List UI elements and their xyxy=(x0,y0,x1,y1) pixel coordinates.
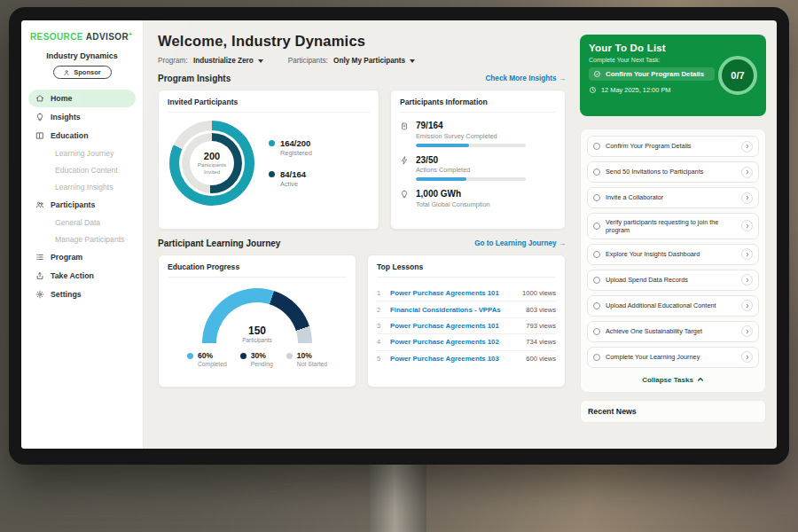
task-checkbox[interactable] xyxy=(593,194,600,201)
task-row[interactable]: Confirm Your Program Details xyxy=(587,136,759,157)
chevron-up-icon xyxy=(697,376,704,383)
sidebar-item-take-action[interactable]: Take Action xyxy=(28,267,136,285)
gauge-center: 150 Participants xyxy=(202,325,312,343)
task-row[interactable]: Upload Spend Data Records xyxy=(587,270,759,291)
arrow-right-icon: → xyxy=(559,74,566,82)
chevron-right-icon[interactable] xyxy=(741,220,753,231)
invited-participants-card: Invited Participants 200 Participants In… xyxy=(158,90,379,230)
sidebar-item-insights[interactable]: Insights xyxy=(28,108,136,126)
chevron-down-icon xyxy=(410,59,415,63)
lesson-link[interactable]: Power Purchase Agreements 101 xyxy=(390,289,516,297)
chevron-right-icon[interactable] xyxy=(741,325,753,337)
stat-global-consumption: 1,000 GWh Total Global Consumption xyxy=(400,189,556,212)
chevron-right-icon[interactable] xyxy=(741,300,753,311)
task-row[interactable]: Explore Your Insights Dashboard xyxy=(587,244,759,265)
lesson-row: 1 Power Purchase Agreements 101 1000 vie… xyxy=(377,286,556,301)
sidebar-item-learning-insights[interactable]: Learning Insights xyxy=(28,179,136,195)
section-title: Participant Learning Journey xyxy=(158,239,280,248)
todo-summary-card: Your To Do List Complete Your Next Task:… xyxy=(580,35,766,116)
people-icon xyxy=(35,200,44,209)
chevron-right-icon[interactable] xyxy=(741,351,753,363)
lesson-link[interactable]: Power Purchase Agreements 101 xyxy=(390,322,520,330)
chevron-right-icon[interactable] xyxy=(741,192,753,204)
legend-dot xyxy=(269,171,275,177)
lesson-row: 2 Financial Considerations - VPPAs 803 v… xyxy=(377,301,556,317)
task-row[interactable]: Achieve One Sustainability Target xyxy=(587,321,759,342)
lesson-link[interactable]: Power Purchase Agreements 103 xyxy=(390,355,520,363)
clipboard-icon xyxy=(400,121,409,130)
sidebar-item-program[interactable]: Program xyxy=(28,248,136,266)
task-checkbox[interactable] xyxy=(593,168,600,176)
dashboard-screen: RESOURCE ADVISOR+ Industry Dynamics Spon… xyxy=(21,20,777,449)
todo-title: Your To Do List xyxy=(589,43,711,53)
task-checkbox[interactable] xyxy=(593,328,600,335)
todo-progress-ring: 0/7 xyxy=(718,56,757,95)
check-more-insights-link[interactable]: Check More Insights → xyxy=(485,74,566,82)
insights-cards-row: Invited Participants 200 Participants In… xyxy=(158,90,566,230)
legend-pending: 30% Pending xyxy=(240,351,273,367)
task-row[interactable]: Send 50 Invitations to Participants xyxy=(587,161,759,183)
legend-dot xyxy=(240,353,246,359)
todo-next-task: Confirm Your Program Details xyxy=(589,67,715,81)
chevron-right-icon[interactable] xyxy=(741,248,753,260)
program-filter-label: Program: xyxy=(158,57,188,65)
sidebar-item-education-content[interactable]: Education Content xyxy=(28,162,136,178)
program-insights-section-header: Program Insights Check More Insights → xyxy=(158,74,566,83)
legend-dot xyxy=(286,353,293,359)
participants-filter: Participants: Only My Participants xyxy=(288,57,415,65)
lesson-row: 3 Power Purchase Agreements 101 793 view… xyxy=(377,318,556,334)
progress-bar xyxy=(416,177,526,181)
sidebar-item-participants[interactable]: Participants xyxy=(28,196,136,214)
stat-actions-completed: 23/50 Actions Completed xyxy=(400,155,556,182)
task-checkbox[interactable] xyxy=(593,143,600,150)
sidebar-item-general-data[interactable]: General Data xyxy=(28,215,136,231)
lightbulb-icon xyxy=(400,190,409,199)
learning-journey-section-header: Participant Learning Journey Go to Learn… xyxy=(158,239,566,248)
legend-active: 84/164 Active xyxy=(269,169,312,188)
person-icon xyxy=(63,69,70,76)
sidebar-item-learning-journey[interactable]: Learning Journey xyxy=(28,145,136,161)
lightning-icon xyxy=(400,156,409,165)
task-checkbox[interactable] xyxy=(593,302,600,309)
page-title: Welcome, Industry Dynamics xyxy=(158,33,566,50)
task-checkbox[interactable] xyxy=(593,354,600,361)
lesson-row: 4 Power Purchase Agreements 102 734 view… xyxy=(377,334,556,350)
task-row[interactable]: Complete Your Learning Journey xyxy=(587,347,759,368)
legend-dot xyxy=(187,353,193,359)
chevron-right-icon[interactable] xyxy=(741,141,753,153)
learning-cards-row: Education Progress 150 Participants xyxy=(158,254,566,387)
stat-emission-survey: 79/164 Emission Survey Completed xyxy=(400,121,556,147)
task-checkbox[interactable] xyxy=(593,251,600,258)
arrow-right-icon: → xyxy=(559,239,566,247)
task-row[interactable]: Upload Additional Educational Content xyxy=(587,295,759,317)
sidebar-item-settings[interactable]: Settings xyxy=(28,286,136,303)
todo-task-list: Confirm Your Program Details Send 50 Inv… xyxy=(580,129,766,393)
photo-scene: RESOURCE ADVISOR+ Industry Dynamics Spon… xyxy=(0,0,798,532)
participants-information-card: Participants Information 79/164 Emission… xyxy=(390,90,566,230)
task-checkbox[interactable] xyxy=(593,223,600,230)
sidebar-item-home[interactable]: Home xyxy=(28,90,136,107)
task-row[interactable]: Verify participants requesting to join t… xyxy=(587,213,759,239)
program-dropdown[interactable]: Industrialize Zero xyxy=(193,57,263,65)
monitor-stand xyxy=(370,459,426,532)
sponsor-badge[interactable]: Sponsor xyxy=(53,66,112,79)
book-icon xyxy=(35,131,44,140)
legend-registered: 164/200 Registered xyxy=(269,138,312,157)
lesson-link[interactable]: Power Purchase Agreements 102 xyxy=(390,338,520,346)
go-to-learning-journey-link[interactable]: Go to Learning Journey → xyxy=(474,239,566,247)
sidebar-item-education[interactable]: Education xyxy=(28,127,136,145)
collapse-tasks-button[interactable]: Collapse Tasks xyxy=(587,372,759,390)
participants-filter-label: Participants: xyxy=(288,57,328,65)
chevron-right-icon[interactable] xyxy=(741,274,753,286)
section-title: Program Insights xyxy=(158,74,231,83)
card-title: Invited Participants xyxy=(168,98,370,113)
participants-dropdown[interactable]: Only My Participants xyxy=(333,57,415,65)
sidebar-item-manage-participants[interactable]: Manage Participants xyxy=(28,231,136,247)
gear-icon xyxy=(35,290,44,299)
org-name: Industry Dynamics xyxy=(28,51,136,60)
todo-panel: Your To Do List Complete Your Next Task:… xyxy=(576,20,777,449)
lesson-link[interactable]: Financial Considerations - VPPAs xyxy=(390,306,520,314)
chevron-right-icon[interactable] xyxy=(741,167,753,178)
task-row[interactable]: Invite a Collaborator xyxy=(587,187,759,208)
task-checkbox[interactable] xyxy=(593,277,600,284)
